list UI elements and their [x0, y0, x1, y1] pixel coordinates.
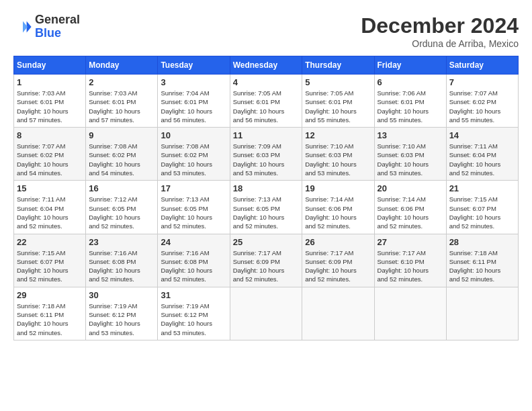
calendar-week-row: 15Sunrise: 7:11 AM Sunset: 6:04 PM Dayli…: [14, 181, 519, 234]
calendar-cell: [374, 287, 446, 340]
day-info: Sunrise: 7:08 AM Sunset: 6:02 PM Dayligh…: [161, 142, 226, 177]
weekday-header-cell: Tuesday: [158, 56, 230, 75]
day-number: 10: [161, 130, 226, 140]
month-title: December 2024: [361, 13, 519, 38]
calendar-cell: 19Sunrise: 7:14 AM Sunset: 6:06 PM Dayli…: [302, 181, 374, 234]
day-info: Sunrise: 7:13 AM Sunset: 6:05 PM Dayligh…: [161, 195, 226, 230]
calendar-body: 1Sunrise: 7:03 AM Sunset: 6:01 PM Daylig…: [14, 75, 519, 340]
calendar-cell: 30Sunrise: 7:19 AM Sunset: 6:12 PM Dayli…: [86, 287, 158, 340]
logo-text: General Blue: [35, 13, 80, 40]
day-number: 13: [378, 130, 443, 140]
day-number: 7: [449, 77, 515, 87]
day-info: Sunrise: 7:03 AM Sunset: 6:01 PM Dayligh…: [17, 89, 83, 124]
calendar-cell: 22Sunrise: 7:15 AM Sunset: 6:07 PM Dayli…: [14, 234, 86, 287]
day-info: Sunrise: 7:07 AM Sunset: 6:02 PM Dayligh…: [17, 142, 83, 177]
day-info: Sunrise: 7:14 AM Sunset: 6:06 PM Dayligh…: [378, 195, 443, 230]
calendar-cell: 28Sunrise: 7:18 AM Sunset: 6:11 PM Dayli…: [446, 234, 518, 287]
title-block: December 2024 Orduna de Arriba, Mexico: [361, 13, 519, 49]
calendar-cell: 31Sunrise: 7:19 AM Sunset: 6:12 PM Dayli…: [158, 287, 230, 340]
day-info: Sunrise: 7:18 AM Sunset: 6:11 PM Dayligh…: [17, 302, 83, 337]
day-info: Sunrise: 7:17 AM Sunset: 6:10 PM Dayligh…: [378, 248, 443, 284]
day-info: Sunrise: 7:11 AM Sunset: 6:04 PM Dayligh…: [17, 195, 83, 230]
calendar-cell: 14Sunrise: 7:11 AM Sunset: 6:04 PM Dayli…: [446, 128, 518, 181]
calendar-cell: 27Sunrise: 7:17 AM Sunset: 6:10 PM Dayli…: [374, 234, 446, 287]
calendar-cell: [230, 287, 302, 340]
day-info: Sunrise: 7:19 AM Sunset: 6:12 PM Dayligh…: [161, 302, 226, 337]
calendar-cell: 2Sunrise: 7:03 AM Sunset: 6:01 PM Daylig…: [86, 75, 158, 128]
calendar-header-row: SundayMondayTuesdayWednesdayThursdayFrid…: [14, 56, 519, 75]
calendar-cell: 18Sunrise: 7:13 AM Sunset: 6:05 PM Dayli…: [230, 181, 302, 234]
day-number: 15: [17, 183, 83, 193]
calendar-cell: 8Sunrise: 7:07 AM Sunset: 6:02 PM Daylig…: [14, 128, 86, 181]
day-number: 30: [89, 290, 154, 300]
day-number: 17: [161, 183, 226, 193]
calendar-cell: 21Sunrise: 7:15 AM Sunset: 6:07 PM Dayli…: [446, 181, 518, 234]
day-number: 2: [89, 77, 154, 87]
calendar-cell: 5Sunrise: 7:05 AM Sunset: 6:01 PM Daylig…: [302, 75, 374, 128]
logo: General Blue: [13, 13, 80, 40]
day-info: Sunrise: 7:04 AM Sunset: 6:01 PM Dayligh…: [161, 89, 226, 124]
day-info: Sunrise: 7:13 AM Sunset: 6:05 PM Dayligh…: [233, 195, 300, 230]
calendar-cell: 13Sunrise: 7:10 AM Sunset: 6:03 PM Dayli…: [374, 128, 446, 181]
day-number: 29: [17, 290, 83, 300]
day-number: 28: [449, 237, 515, 247]
day-info: Sunrise: 7:07 AM Sunset: 6:02 PM Dayligh…: [449, 89, 515, 124]
day-number: 6: [378, 77, 443, 87]
day-number: 27: [378, 237, 443, 247]
day-number: 20: [378, 183, 443, 193]
calendar-cell: 11Sunrise: 7:09 AM Sunset: 6:03 PM Dayli…: [230, 128, 302, 181]
day-info: Sunrise: 7:18 AM Sunset: 6:11 PM Dayligh…: [449, 248, 515, 284]
day-number: 31: [161, 290, 226, 300]
day-number: 4: [233, 77, 300, 87]
day-info: Sunrise: 7:16 AM Sunset: 6:08 PM Dayligh…: [89, 248, 154, 284]
calendar-cell: 25Sunrise: 7:17 AM Sunset: 6:09 PM Dayli…: [230, 234, 302, 287]
calendar-cell: 29Sunrise: 7:18 AM Sunset: 6:11 PM Dayli…: [14, 287, 86, 340]
page-header: General Blue December 2024 Orduna de Arr…: [13, 13, 519, 49]
calendar-week-row: 8Sunrise: 7:07 AM Sunset: 6:02 PM Daylig…: [14, 128, 519, 181]
day-info: Sunrise: 7:15 AM Sunset: 6:07 PM Dayligh…: [449, 195, 515, 230]
day-number: 19: [305, 183, 371, 193]
day-number: 12: [305, 130, 371, 140]
calendar-cell: 23Sunrise: 7:16 AM Sunset: 6:08 PM Dayli…: [86, 234, 158, 287]
day-info: Sunrise: 7:09 AM Sunset: 6:03 PM Dayligh…: [233, 142, 300, 177]
location: Orduna de Arriba, Mexico: [361, 38, 519, 49]
day-info: Sunrise: 7:03 AM Sunset: 6:01 PM Dayligh…: [89, 89, 154, 124]
day-info: Sunrise: 7:17 AM Sunset: 6:09 PM Dayligh…: [233, 248, 300, 284]
calendar-cell: 4Sunrise: 7:05 AM Sunset: 6:01 PM Daylig…: [230, 75, 302, 128]
day-info: Sunrise: 7:14 AM Sunset: 6:06 PM Dayligh…: [305, 195, 371, 230]
calendar-table: SundayMondayTuesdayWednesdayThursdayFrid…: [13, 56, 519, 340]
calendar-week-row: 29Sunrise: 7:18 AM Sunset: 6:11 PM Dayli…: [14, 287, 519, 340]
weekday-header-cell: Wednesday: [230, 56, 302, 75]
day-number: 1: [17, 77, 83, 87]
day-info: Sunrise: 7:17 AM Sunset: 6:09 PM Dayligh…: [305, 248, 371, 284]
day-number: 14: [449, 130, 515, 140]
day-number: 25: [233, 237, 300, 247]
day-info: Sunrise: 7:19 AM Sunset: 6:12 PM Dayligh…: [89, 302, 154, 337]
day-number: 16: [89, 183, 154, 193]
calendar-cell: 6Sunrise: 7:06 AM Sunset: 6:01 PM Daylig…: [374, 75, 446, 128]
calendar-cell: 15Sunrise: 7:11 AM Sunset: 6:04 PM Dayli…: [14, 181, 86, 234]
day-number: 22: [17, 237, 83, 247]
day-number: 11: [233, 130, 300, 140]
day-number: 8: [17, 130, 83, 140]
calendar-cell: 12Sunrise: 7:10 AM Sunset: 6:03 PM Dayli…: [302, 128, 374, 181]
day-info: Sunrise: 7:08 AM Sunset: 6:02 PM Dayligh…: [89, 142, 154, 177]
calendar-cell: 20Sunrise: 7:14 AM Sunset: 6:06 PM Dayli…: [374, 181, 446, 234]
calendar-cell: 1Sunrise: 7:03 AM Sunset: 6:01 PM Daylig…: [14, 75, 86, 128]
calendar-cell: 17Sunrise: 7:13 AM Sunset: 6:05 PM Dayli…: [158, 181, 230, 234]
calendar-cell: 3Sunrise: 7:04 AM Sunset: 6:01 PM Daylig…: [158, 75, 230, 128]
weekday-header-cell: Saturday: [446, 56, 518, 75]
day-number: 21: [449, 183, 515, 193]
weekday-header-cell: Sunday: [14, 56, 86, 75]
weekday-header-cell: Monday: [86, 56, 158, 75]
calendar-cell: 26Sunrise: 7:17 AM Sunset: 6:09 PM Dayli…: [302, 234, 374, 287]
calendar-cell: 7Sunrise: 7:07 AM Sunset: 6:02 PM Daylig…: [446, 75, 518, 128]
calendar-week-row: 22Sunrise: 7:15 AM Sunset: 6:07 PM Dayli…: [14, 234, 519, 287]
day-number: 18: [233, 183, 300, 193]
day-info: Sunrise: 7:06 AM Sunset: 6:01 PM Dayligh…: [378, 89, 443, 124]
day-info: Sunrise: 7:11 AM Sunset: 6:04 PM Dayligh…: [449, 142, 515, 177]
calendar-cell: 24Sunrise: 7:16 AM Sunset: 6:08 PM Dayli…: [158, 234, 230, 287]
day-number: 5: [305, 77, 371, 87]
day-number: 9: [89, 130, 154, 140]
day-info: Sunrise: 7:05 AM Sunset: 6:01 PM Dayligh…: [305, 89, 371, 124]
